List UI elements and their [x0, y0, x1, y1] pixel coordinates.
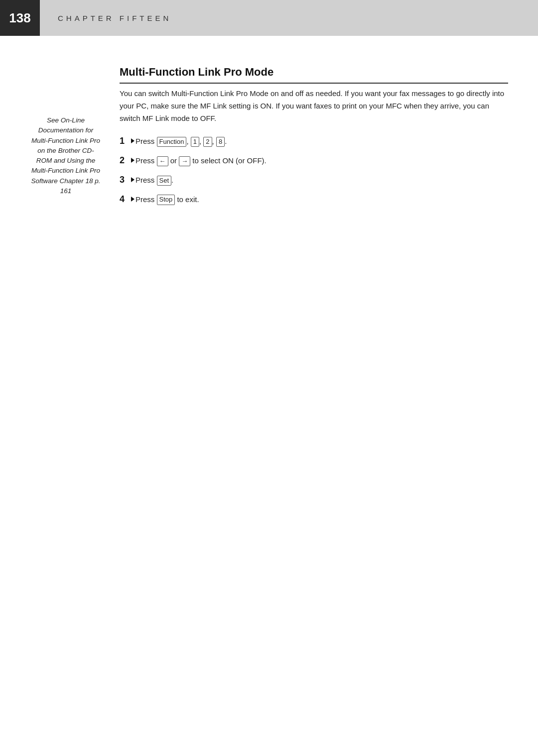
step-number-1: 1	[120, 135, 135, 146]
step-1: 1 Press Function, 1, 2, 8.	[120, 135, 508, 148]
section-title: Multi-Function Link Pro Mode	[120, 66, 508, 84]
step-number-4: 4	[120, 194, 135, 205]
page: 138 CHAPTER FIFTEEN See On-Line Document…	[0, 0, 538, 756]
main-content: Multi-Function Link Pro Mode You can swi…	[110, 66, 508, 213]
step-number-2: 2	[120, 155, 135, 166]
intro-text: You can switch Multi-Function Link Pro M…	[120, 88, 508, 124]
page-header: 138 CHAPTER FIFTEEN	[0, 0, 538, 36]
step-3-content: Press Set.	[135, 174, 173, 187]
step-4-content: Press Stop to exit.	[135, 194, 199, 206]
step-2-content: Press ← or → to select ON (or OFF).	[135, 155, 267, 167]
key-1: 1	[191, 137, 199, 147]
key-stop: Stop	[157, 195, 175, 205]
content-area: See On-Line Documentation for Multi-Func…	[0, 36, 538, 213]
key-2: 2	[203, 137, 212, 147]
page-number: 138	[0, 0, 40, 36]
step-4: 4 Press Stop to exit.	[120, 194, 508, 206]
step-3: 3 Press Set.	[120, 174, 508, 187]
key-left-arrow: ←	[157, 156, 168, 166]
sidebar-note: See On-Line Documentation for Multi-Func…	[30, 66, 110, 213]
chapter-title: CHAPTER FIFTEEN	[58, 14, 171, 22]
key-function: Function	[157, 137, 187, 147]
steps-list: 1 Press Function, 1, 2, 8. 2 Press ← or …	[120, 135, 508, 206]
key-set: Set	[157, 176, 172, 186]
step-2: 2 Press ← or → to select ON (or OFF).	[120, 155, 508, 167]
step-number-3: 3	[120, 174, 135, 185]
key-8: 8	[216, 137, 225, 147]
key-right-arrow: →	[179, 156, 190, 166]
step-1-content: Press Function, 1, 2, 8.	[135, 135, 227, 148]
